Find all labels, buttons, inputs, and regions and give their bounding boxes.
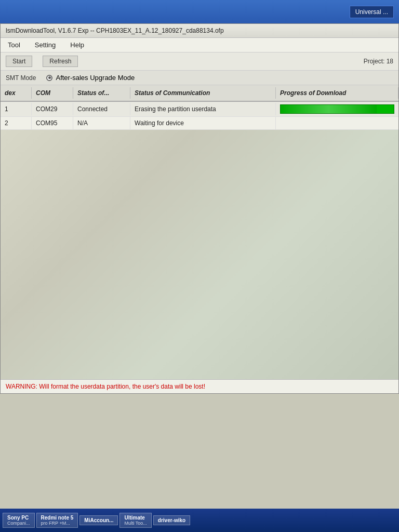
universal-button[interactable]: Universal ... [350,6,394,18]
table-row: 1 COM29 Connected Erasing the partition … [1,102,398,117]
cell-communication-2: Waiting for device [130,117,276,129]
start-button[interactable]: Start [6,56,32,67]
header-status: Status of... [73,87,130,99]
cell-communication-1: Erasing the partition userdata [130,103,276,115]
after-sales-radio-group[interactable]: After-sales Upgrade Mode [46,74,135,82]
radio-dot-icon [46,75,52,81]
menu-setting[interactable]: Setting [33,40,58,50]
menu-help[interactable]: Help [68,40,86,50]
taskbar-item-miaccount[interactable]: MiAccoun... [79,515,118,525]
project-label: Project: 18 [364,58,393,65]
taskbar-item-sony[interactable]: Sony PC Compani... [3,513,35,528]
taskbar-sony-line2: Compani... [7,521,30,526]
progress-bar-1 [280,104,394,114]
taskbar-ultimate-line1: Ultimate [124,515,147,521]
header-com: COM [32,87,73,99]
taskbar-item-driver[interactable]: driver-wiko [153,515,190,525]
taskbar-item-redmi[interactable]: Redmi note 5 pro FRP +M... [36,513,78,528]
mode-row: SMT Mode After-sales Upgrade Mode [1,71,398,85]
table-row: 2 COM95 N/A Waiting for device [1,117,398,130]
cell-index-1: 1 [1,103,32,115]
menu-tool[interactable]: Tool [6,40,22,50]
progress-bar-fill-1 [281,105,377,113]
taskbar-item-ultimate[interactable]: Ultimate Multi Too... [119,513,151,528]
top-taskbar: Universal ... [0,0,399,23]
cell-index-2: 2 [1,117,32,129]
title-text: lsmDownloadTool, V1.6.7 Exp -- CPH1803EX… [6,27,224,34]
content-area [1,130,398,379]
title-bar: lsmDownloadTool, V1.6.7 Exp -- CPH1803EX… [1,24,398,38]
cell-status-2: N/A [73,117,130,129]
warning-text: WARNING: Will format the userdata partit… [6,383,205,390]
header-progress: Progress of Download [276,87,398,99]
taskbar: Sony PC Compani... Redmi note 5 pro FRP … [0,509,399,532]
table-header: dex COM Status of... Status of Communica… [1,85,398,102]
progress-bar-container-2 [276,121,398,126]
header-index: dex [1,87,32,99]
menu-bar: Tool Setting Help [1,38,398,52]
refresh-button[interactable]: Refresh [43,56,78,67]
taskbar-redmi-line2: pro FRP +M... [41,521,74,526]
cell-com-2: COM95 [32,117,73,129]
taskbar-ultimate-line2: Multi Too... [124,521,147,526]
after-sales-label: After-sales Upgrade Mode [56,74,135,82]
taskbar-miaccount-line1: MiAccoun... [84,517,113,523]
app-window: lsmDownloadTool, V1.6.7 Exp -- CPH1803EX… [0,23,399,394]
table-container: dex COM Status of... Status of Communica… [1,85,398,130]
warning-bar: WARNING: Will format the userdata partit… [1,379,398,393]
taskbar-redmi-line1: Redmi note 5 [41,515,74,521]
taskbar-sony-line1: Sony PC [7,515,30,521]
progress-bar-container-1 [276,102,398,116]
header-communication: Status of Communication [130,87,276,99]
cell-com-1: COM29 [32,103,73,115]
cell-status-1: Connected [73,103,130,115]
smt-mode-label: SMT Mode [6,74,36,82]
taskbar-driver-line1: driver-wiko [158,517,185,523]
toolbar: Start Refresh Project: 18 [1,52,398,71]
